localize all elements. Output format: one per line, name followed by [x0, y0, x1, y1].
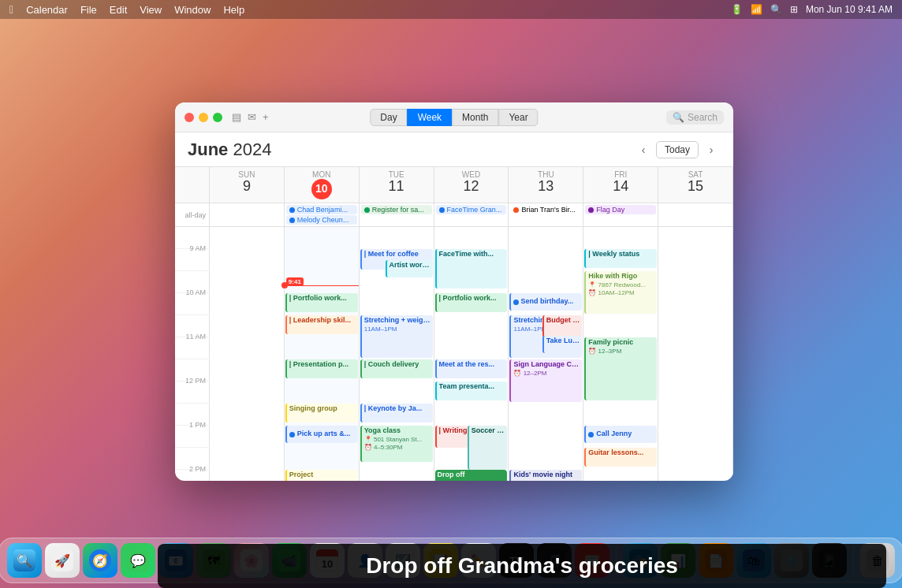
- search-icon[interactable]: 🔍: [770, 4, 782, 15]
- allday-sun: [210, 203, 285, 226]
- svg-text:🧭: 🧭: [92, 553, 108, 568]
- menu-edit[interactable]: Edit: [110, 4, 127, 16]
- event-leadership[interactable]: | Leadership skil...: [285, 315, 358, 334]
- time-labels: 9 AM 10 AM 11 AM 12 PM 1 PM 2 PM 3 PM 4 …: [175, 227, 210, 481]
- calendar-header: June 2024 ‹ Today ›: [175, 132, 733, 167]
- dock-item-safari[interactable]: 🧭: [83, 543, 117, 578]
- minimize-button[interactable]: [199, 113, 208, 122]
- allday-event-register[interactable]: Register for sa...: [361, 205, 432, 214]
- event-portfolio-wed[interactable]: | Portfolio work...: [435, 293, 508, 312]
- tab-day[interactable]: Day: [370, 109, 407, 126]
- svg-text:💬: 💬: [130, 553, 146, 568]
- allday-event-brian[interactable]: Brian Tran's Bir...: [510, 205, 581, 214]
- close-button[interactable]: [184, 113, 194, 122]
- mail-icon[interactable]: ✉: [248, 111, 256, 123]
- allday-event-melody[interactable]: Melody Cheun...: [286, 215, 357, 225]
- event-guitar[interactable]: Guitar lessons...: [584, 448, 657, 467]
- week-grid: SUN 9 MON 10 TUE 11 WED 12 THU 13 FRI 14: [175, 167, 733, 481]
- allday-fri: Flag Day: [583, 203, 658, 226]
- traffic-lights: [184, 113, 222, 122]
- dock-item-finder[interactable]: 🔍: [7, 543, 42, 578]
- day-col-thu: Send birthday... Stretching + weights 11…: [509, 227, 583, 481]
- event-team-presenta[interactable]: Team presenta...: [435, 381, 508, 400]
- event-send-birthday[interactable]: Send birthday...: [509, 293, 582, 311]
- tab-month[interactable]: Month: [452, 109, 498, 126]
- day-header-sat: SAT 15: [658, 167, 733, 203]
- event-portfolio-mon[interactable]: | Portfolio work...: [285, 293, 358, 312]
- event-meet-res[interactable]: Meet at the res...: [435, 359, 508, 378]
- event-couch[interactable]: | Couch delivery: [360, 359, 433, 378]
- menu-help[interactable]: Help: [223, 4, 244, 16]
- time-grid: 9 AM 10 AM 11 AM 12 PM 1 PM 2 PM 3 PM 4 …: [175, 227, 733, 481]
- event-soccer[interactable]: Soccer practice: [468, 426, 508, 470]
- event-call-jenny[interactable]: Call Jenny: [584, 426, 657, 443]
- search-box[interactable]: 🔍 Search: [666, 110, 724, 125]
- event-project-presentations[interactable]: Project presentations ⏰ 6–7PM: [285, 470, 358, 481]
- event-presentation[interactable]: | Presentation p...: [285, 359, 358, 378]
- allday-tue: Register for sa...: [360, 203, 434, 226]
- event-stretching-tue[interactable]: Stretching + weights 11AM–1PM: [360, 315, 433, 358]
- event-facetime-with[interactable]: FaceTime with...: [435, 249, 508, 288]
- app-name[interactable]: Calendar: [26, 4, 68, 16]
- day-col-sat: [658, 227, 733, 481]
- event-artist[interactable]: Artist worksho...: [386, 260, 433, 277]
- wifi-icon: 📶: [751, 4, 762, 15]
- allday-event-facetime[interactable]: FaceTime Gran...: [436, 205, 507, 214]
- today-button[interactable]: Today: [656, 141, 699, 158]
- event-luna[interactable]: Take Luna to th...: [542, 336, 583, 353]
- calendar-window: ▤ ✉ + Day Week Month Year 🔍 Search June …: [175, 102, 733, 481]
- tab-week[interactable]: Week: [408, 109, 452, 126]
- day-header-sun: SUN 9: [210, 167, 285, 203]
- dock-item-messages[interactable]: 💬: [121, 543, 155, 578]
- day-col-wed: FaceTime with... | Portfolio work... Mee…: [434, 227, 509, 481]
- datetime-display: Mon Jun 10 9:41 AM: [806, 4, 893, 15]
- title-bar: ▤ ✉ + Day Week Month Year 🔍 Search: [175, 102, 733, 132]
- event-hike[interactable]: Hike with Rigo 📍 7867 Redwood... ⏰ 10AM–…: [584, 271, 657, 314]
- search-icon: 🔍: [673, 112, 684, 123]
- day-col-fri: | Weekly status Hike with Rigo 📍 7867 Re…: [583, 227, 658, 481]
- menubar:  Calendar File Edit View Window Help 🔋 …: [0, 0, 902, 19]
- day-header-wed: WED 12: [434, 167, 509, 203]
- tab-year[interactable]: Year: [498, 109, 538, 126]
- svg-text:🚀: 🚀: [54, 553, 70, 568]
- day-col-tue: | Meet for coffee Artist worksho... Stre…: [360, 227, 434, 481]
- event-kidsmovie[interactable]: Kids' movie night: [509, 470, 582, 481]
- day-header-mon: MON 10: [285, 167, 360, 203]
- event-keynote[interactable]: | Keynote by Ja...: [360, 404, 433, 422]
- allday-label: all-day: [175, 203, 210, 226]
- allday-mon: Chad Benjami... Melody Cheun...: [285, 203, 360, 226]
- calendar-month-year: June 2024: [188, 140, 271, 160]
- dock-item-launchpad[interactable]: 🚀: [45, 543, 80, 578]
- battery-icon: 🔋: [731, 4, 743, 15]
- apple-menu[interactable]: : [9, 3, 13, 16]
- day-headers: SUN 9 MON 10 TUE 11 WED 12 THU 13 FRI 14: [175, 167, 733, 203]
- day-header-thu: THU 13: [509, 167, 583, 203]
- menu-window[interactable]: Window: [174, 4, 211, 16]
- allday-event-flagday[interactable]: Flag Day: [585, 205, 656, 214]
- allday-sat: [658, 203, 733, 226]
- day-col-mon: 9:41 | Portfolio work... | Leadership sk…: [285, 227, 360, 481]
- sidebar-toggle-icon[interactable]: ▤: [232, 111, 241, 123]
- event-signlanguage[interactable]: Sign Language Club ⏰ 12–2PM: [509, 359, 582, 402]
- fullscreen-button[interactable]: [213, 113, 222, 122]
- control-center-icon[interactable]: ⊞: [790, 4, 798, 15]
- event-weekly-status[interactable]: | Weekly status: [584, 249, 657, 268]
- add-event-icon[interactable]: +: [263, 111, 269, 123]
- next-week-button[interactable]: ›: [702, 140, 721, 159]
- search-placeholder: Search: [688, 112, 718, 123]
- day-header-fri: FRI 14: [583, 167, 658, 203]
- event-yoga[interactable]: Yoga class 📍 501 Stanyan St... ⏰ 4–5:30P…: [360, 426, 433, 462]
- event-grandma[interactable]: Drop off Grandma's groceries: [435, 470, 508, 481]
- menu-file[interactable]: File: [80, 4, 97, 16]
- event-picnic[interactable]: Family picnic ⏰ 12–3PM: [584, 337, 657, 400]
- day-header-tue: TUE 11: [360, 167, 434, 203]
- allday-event-chad[interactable]: Chad Benjami...: [286, 205, 357, 214]
- event-pickup[interactable]: Pick up arts &...: [285, 426, 358, 443]
- day-col-sun: [210, 227, 285, 481]
- event-budget[interactable]: Budget meeting: [542, 315, 583, 337]
- menu-view[interactable]: View: [140, 4, 162, 16]
- prev-week-button[interactable]: ‹: [634, 140, 653, 159]
- tooltip-banner: Drop off Grandma's groceries: [158, 544, 886, 588]
- event-singing[interactable]: Singing group: [285, 404, 358, 422]
- svg-text:🔍: 🔍: [17, 553, 32, 568]
